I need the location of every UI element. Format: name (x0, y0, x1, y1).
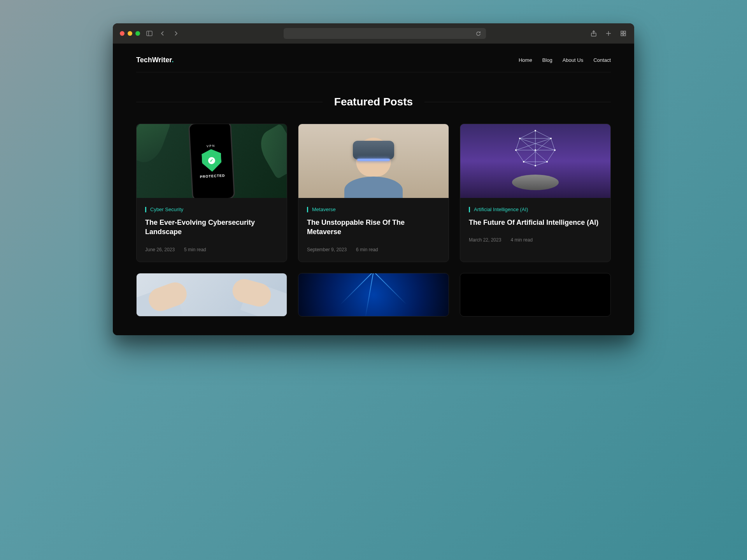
share-icon[interactable] (590, 30, 598, 37)
site-logo[interactable]: TechWriter. (136, 56, 174, 64)
fiber-strand (373, 273, 407, 305)
post-card[interactable] (136, 273, 287, 317)
page-content: TechWriter. Home Blog About Us Contact F… (113, 44, 634, 335)
chrome-actions (590, 30, 627, 37)
post-card[interactable]: Artificial Intelligence (AI) The Future … (460, 124, 611, 262)
forward-icon[interactable] (172, 30, 180, 37)
neural-network-icon (504, 127, 566, 173)
post-title[interactable]: The Ever-Evolving Cybersecurity Landscap… (145, 218, 278, 237)
nav-contact[interactable]: Contact (593, 57, 611, 63)
post-thumbnail (298, 124, 449, 198)
svg-rect-3 (621, 31, 623, 33)
post-date: March 22, 2023 (469, 237, 501, 243)
post-card[interactable]: VPN ✓ PROTECTED Cyber Security The Ever-… (136, 124, 287, 262)
post-category[interactable]: Cyber Security (150, 206, 183, 212)
post-category[interactable]: Metaverse (312, 206, 336, 212)
divider-left (136, 102, 323, 102)
head-shape (356, 138, 391, 177)
svg-point-15 (535, 165, 536, 166)
svg-point-8 (519, 138, 521, 139)
browser-chrome (113, 23, 634, 44)
section-title: Featured Posts (323, 96, 424, 108)
phone-illustration: VPN ✓ PROTECTED (188, 124, 235, 198)
svg-point-14 (546, 161, 548, 163)
plant-leaf-decoration (254, 124, 287, 179)
browser-window: TechWriter. Home Blog About Us Contact F… (113, 23, 634, 335)
category-accent-bar (469, 207, 470, 212)
post-meta: June 26, 2023 5 min read (145, 247, 278, 252)
back-icon[interactable] (159, 30, 167, 37)
post-date: September 9, 2023 (307, 247, 347, 252)
svg-rect-0 (147, 31, 152, 36)
maximize-window-button[interactable] (135, 31, 140, 36)
url-bar[interactable] (284, 28, 486, 39)
hands-illustration (137, 273, 287, 316)
logo-accent: . (172, 56, 174, 64)
post-title[interactable]: The Unstoppable Rise Of The Metaverse (307, 218, 440, 237)
main-nav: Home Blog About Us Contact (519, 57, 611, 63)
post-thumbnail (298, 273, 449, 316)
post-body: Metaverse The Unstoppable Rise Of The Me… (298, 198, 449, 262)
section-heading: Featured Posts (136, 96, 611, 108)
post-meta: March 22, 2023 4 min read (469, 237, 602, 243)
post-thumbnail (137, 273, 287, 316)
svg-point-9 (550, 138, 552, 139)
post-thumbnail (460, 273, 610, 316)
close-window-button[interactable] (120, 31, 124, 36)
shield-icon: ✓ (201, 149, 222, 172)
post-thumbnail: VPN ✓ PROTECTED (137, 124, 287, 198)
post-category[interactable]: Artificial Intelligence (AI) (474, 206, 528, 212)
svg-rect-6 (624, 34, 626, 36)
minimize-window-button[interactable] (128, 31, 132, 36)
svg-point-11 (554, 149, 556, 151)
category-row: Metaverse (307, 206, 440, 212)
svg-point-10 (515, 149, 517, 151)
svg-point-12 (535, 149, 536, 151)
reload-icon[interactable] (474, 30, 482, 37)
post-read-time: 5 min read (184, 247, 206, 252)
window-controls (120, 31, 140, 36)
vr-headset-icon (353, 141, 394, 159)
site-header: TechWriter. Home Blog About Us Contact (136, 44, 611, 72)
protected-label: PROTECTED (200, 173, 225, 178)
fiber-strand (365, 273, 374, 316)
sidebar-toggle-icon[interactable] (146, 30, 153, 37)
new-tab-icon[interactable] (605, 30, 612, 37)
svg-rect-4 (624, 31, 626, 33)
post-thumbnail (460, 124, 610, 198)
nav-home[interactable]: Home (519, 57, 532, 63)
vr-person-illustration (338, 130, 409, 198)
checkmark-icon: ✓ (208, 157, 215, 164)
posts-grid: VPN ✓ PROTECTED Cyber Security The Ever-… (136, 124, 611, 317)
shirt-shape (344, 177, 403, 198)
divider-right (424, 102, 611, 102)
plant-leaf-decoration (137, 124, 171, 167)
svg-rect-5 (621, 34, 623, 36)
svg-point-13 (523, 161, 524, 163)
post-card[interactable] (460, 273, 611, 317)
logo-text: TechWriter (136, 56, 172, 64)
nav-blog[interactable]: Blog (542, 57, 552, 63)
category-row: Cyber Security (145, 206, 278, 212)
vpn-label: VPN (207, 144, 216, 148)
category-accent-bar (145, 207, 146, 212)
post-card[interactable] (298, 273, 449, 317)
svg-point-7 (535, 130, 536, 131)
platform-shape (512, 175, 559, 190)
nav-about[interactable]: About Us (563, 57, 583, 63)
category-row: Artificial Intelligence (AI) (469, 206, 602, 212)
post-card[interactable]: Metaverse The Unstoppable Rise Of The Me… (298, 124, 449, 262)
tabs-overview-icon[interactable] (619, 30, 627, 37)
post-meta: September 9, 2023 6 min read (307, 247, 440, 252)
post-body: Cyber Security The Ever-Evolving Cyberse… (137, 198, 287, 262)
post-date: June 26, 2023 (145, 247, 175, 252)
post-title[interactable]: The Future Of Artificial Intelligence (A… (469, 218, 602, 227)
category-accent-bar (307, 207, 308, 212)
post-read-time: 6 min read (356, 247, 378, 252)
post-body: Artificial Intelligence (AI) The Future … (460, 198, 610, 252)
post-read-time: 4 min read (510, 237, 533, 243)
